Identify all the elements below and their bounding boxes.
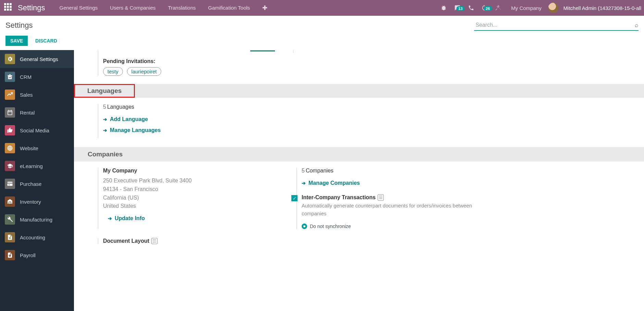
manage-companies-link[interactable]: ➔ Manage Companies xyxy=(302,180,475,186)
control-panel: Settings ⌕ SAVE DISCARD xyxy=(0,16,644,50)
enterprise-icon xyxy=(151,238,157,244)
sidebar-item-crm[interactable]: CRM xyxy=(0,68,74,86)
radio-icon xyxy=(302,224,307,229)
arrow-right-icon: ➔ xyxy=(103,128,107,133)
inter-company-desc: Automatically generate counterpart docum… xyxy=(302,202,475,217)
sidebar-item-label: CRM xyxy=(20,74,31,80)
plus-icon[interactable]: ✚ xyxy=(256,4,274,12)
menu-general-settings[interactable]: General Settings xyxy=(53,0,104,16)
elearning-icon xyxy=(5,161,15,171)
menu-translations[interactable]: Translations xyxy=(162,0,202,16)
arrow-right-icon: ➔ xyxy=(302,180,306,186)
add-language-link[interactable]: ➔ Add Language xyxy=(103,116,161,122)
sidebar-item-accounting[interactable]: Accounting xyxy=(0,228,74,246)
activities-badge: 26 xyxy=(484,6,492,11)
apps-icon[interactable] xyxy=(4,3,14,13)
languages-count: 5Languages xyxy=(103,104,161,110)
sidebar-item-manufacturing[interactable]: Manufacturing xyxy=(0,211,74,228)
top-navbar: Settings General Settings Users & Compan… xyxy=(0,0,644,16)
rental-icon xyxy=(5,107,15,118)
activities-icon[interactable]: 26 xyxy=(479,5,491,11)
social-media-icon xyxy=(5,125,15,135)
manufacturing-icon xyxy=(5,214,15,225)
debug-icon[interactable] xyxy=(438,5,450,11)
tools-icon[interactable] xyxy=(493,5,504,11)
messages-badge: 13 xyxy=(456,6,465,11)
payroll-icon xyxy=(5,250,15,260)
save-button[interactable]: SAVE xyxy=(5,36,28,46)
sidebar-item-rental[interactable]: Rental xyxy=(0,104,74,121)
document-layout-title: Document Layout xyxy=(103,238,644,244)
sidebar-item-purchase[interactable]: Purchase xyxy=(0,175,74,193)
menu-users-companies[interactable]: Users & Companies xyxy=(104,0,162,16)
discard-button[interactable]: DISCARD xyxy=(30,36,62,46)
update-info-link[interactable]: ➔ Update Info xyxy=(108,215,276,222)
breadcrumb: Settings xyxy=(5,21,33,30)
sidebar-item-elearning[interactable]: eLearning xyxy=(0,157,74,175)
topnav-menu: General Settings Users & Companies Trans… xyxy=(53,0,274,16)
my-company-address: 250 Executive Park Blvd, Suite 3400 9413… xyxy=(103,177,276,211)
company-selector[interactable]: My Company xyxy=(506,5,546,11)
pending-invitations-label: Pending Invitations: xyxy=(103,58,290,64)
website-icon xyxy=(5,143,15,153)
settings-main[interactable]: Pending Invitations: testy lauriepoiret … xyxy=(74,50,644,311)
inventory-icon xyxy=(5,196,15,207)
phone-icon[interactable] xyxy=(465,5,477,11)
sidebar-item-label: Inventory xyxy=(20,199,41,205)
sidebar-item-general-settings[interactable]: General Settings xyxy=(0,50,74,68)
sidebar-item-label: Purchase xyxy=(20,181,41,187)
settings-sidebar[interactable]: General SettingsCRMSalesRentalSocial Med… xyxy=(0,50,74,311)
topnav-right: 13 26 My Company Mitchell Admin (1432730… xyxy=(438,3,641,13)
pending-tag[interactable]: lauriepoiret xyxy=(127,67,161,76)
arrow-right-icon: ➔ xyxy=(108,216,112,221)
sidebar-item-payroll[interactable]: Payroll xyxy=(0,246,74,264)
user-menu[interactable]: Mitchell Admin (14327308-15-0-all xyxy=(563,5,641,11)
avatar[interactable] xyxy=(548,3,558,13)
companies-header: Companies xyxy=(74,147,644,162)
purchase-icon xyxy=(5,179,15,189)
sidebar-item-label: Rental xyxy=(20,110,35,116)
sidebar-item-label: Accounting xyxy=(20,235,45,240)
my-company-name: My Company xyxy=(103,168,276,174)
sales-icon xyxy=(5,89,15,100)
sidebar-item-label: eLearning xyxy=(20,163,43,169)
brand-title: Settings xyxy=(18,3,45,12)
enterprise-icon xyxy=(378,194,384,201)
general-settings-icon xyxy=(5,54,15,64)
inter-company-title: Inter-Company Transactions xyxy=(302,194,475,201)
crm-icon xyxy=(5,72,15,82)
menu-gamification-tools[interactable]: Gamification Tools xyxy=(202,0,256,16)
sidebar-item-website[interactable]: Website xyxy=(0,139,74,157)
search-input[interactable] xyxy=(474,20,633,30)
sidebar-item-label: General Settings xyxy=(20,56,58,62)
manage-languages-link[interactable]: ➔ Manage Languages xyxy=(103,127,161,133)
search-wrap: ⌕ xyxy=(474,20,639,31)
accounting-icon xyxy=(5,232,15,242)
sidebar-item-social-media[interactable]: Social Media xyxy=(0,121,74,139)
radio-do-not-sync[interactable]: Do not synchronize xyxy=(302,224,475,229)
sidebar-item-label: Sales xyxy=(20,92,33,98)
arrow-right-icon: ➔ xyxy=(103,117,107,122)
inter-company-checkbox[interactable]: ✓ xyxy=(291,195,298,201)
languages-header: Languages xyxy=(74,84,135,98)
messages-icon[interactable]: 13 xyxy=(452,5,463,11)
sidebar-item-label: Social Media xyxy=(20,128,49,133)
sidebar-item-inventory[interactable]: Inventory xyxy=(0,193,74,211)
sidebar-item-label: Payroll xyxy=(20,252,36,258)
sidebar-item-sales[interactable]: Sales xyxy=(0,86,74,104)
search-icon[interactable]: ⌕ xyxy=(635,22,639,29)
companies-count: 5Companies xyxy=(302,168,475,174)
sidebar-item-label: Website xyxy=(20,145,38,151)
sidebar-item-label: Manufacturing xyxy=(20,217,52,223)
pending-tag[interactable]: testy xyxy=(103,67,123,76)
